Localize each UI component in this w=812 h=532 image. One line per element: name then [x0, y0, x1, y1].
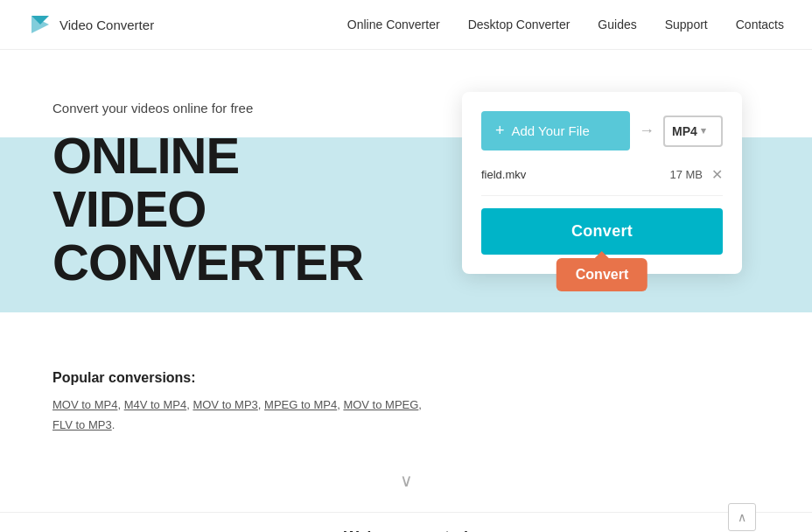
header: Video Converter Online Converter Desktop…	[0, 0, 812, 50]
add-file-label: Add Your File	[512, 123, 590, 138]
hero-subtitle: Convert your videos online for free	[52, 101, 427, 116]
plus-icon: +	[495, 122, 505, 140]
chevron-down-icon: ▾	[701, 125, 706, 136]
scroll-arrow[interactable]: ∨	[0, 456, 812, 512]
logo-icon	[28, 12, 52, 37]
bottom-section: We've converted ∧	[0, 512, 812, 532]
nav-contacts[interactable]: Contacts	[736, 18, 784, 32]
file-meta: 17 MB ✕	[669, 166, 723, 183]
popular-link-5[interactable]: FLV to MP3	[52, 418, 112, 431]
hero-text: Convert your videos online for free ONLI…	[52, 92, 427, 290]
logo-area: Video Converter	[28, 12, 347, 37]
popular-section: Popular conversions: MOV to MP4, M4V to …	[0, 342, 812, 457]
nav-desktop-converter[interactable]: Desktop Converter	[468, 18, 570, 32]
hero-section: Convert your videos online for free ONLI…	[0, 50, 812, 342]
popular-link-2[interactable]: MOV to MP3	[192, 398, 257, 411]
nav-support[interactable]: Support	[665, 18, 708, 32]
main-nav: Online Converter Desktop Converter Guide…	[347, 18, 784, 32]
card-top-row: + Add Your File → MP4 ▾	[481, 111, 723, 150]
bottom-title: We've converted	[344, 528, 468, 532]
file-row: field.mkv 17 MB ✕	[481, 163, 723, 196]
converter-card: + Add Your File → MP4 ▾ field.mkv 17 MB …	[462, 92, 742, 274]
convert-tooltip: Convert	[556, 258, 648, 291]
nav-guides[interactable]: Guides	[598, 18, 636, 32]
format-select[interactable]: MP4 ▾	[663, 116, 723, 147]
hero-content: Convert your videos online for free ONLI…	[0, 92, 812, 290]
add-file-button[interactable]: + Add Your File	[481, 111, 630, 150]
tooltip-wrap: Convert	[556, 258, 648, 291]
file-remove-button[interactable]: ✕	[711, 166, 723, 183]
popular-links: MOV to MP4, M4V to MP4, MOV to MP3, MPEG…	[52, 395, 760, 436]
hero-title: ONLINE VIDEO CONVERTER	[52, 130, 427, 290]
convert-btn-wrap: Convert Convert	[481, 208, 723, 255]
popular-link-4[interactable]: MOV to MPEG	[343, 398, 418, 411]
file-name: field.mkv	[481, 168, 526, 181]
convert-button[interactable]: Convert	[481, 208, 723, 255]
chevron-down-icon: ∨	[400, 471, 413, 490]
scroll-up-button[interactable]: ∧	[728, 503, 756, 531]
arrow-icon: →	[639, 122, 654, 140]
nav-online-converter[interactable]: Online Converter	[347, 18, 440, 32]
logo-text: Video Converter	[60, 18, 154, 32]
popular-link-0[interactable]: MOV to MP4	[52, 398, 117, 411]
popular-title: Popular conversions:	[52, 370, 760, 386]
hero-right: + Add Your File → MP4 ▾ field.mkv 17 MB …	[462, 92, 760, 274]
popular-link-1[interactable]: M4V to MP4	[124, 398, 187, 411]
chevron-up-icon: ∧	[738, 510, 746, 524]
file-size: 17 MB	[669, 168, 703, 181]
bottom-wrap: We've converted ∧	[28, 528, 784, 532]
popular-link-3[interactable]: MPEG to MP4	[264, 398, 337, 411]
format-value: MP4	[672, 124, 697, 138]
